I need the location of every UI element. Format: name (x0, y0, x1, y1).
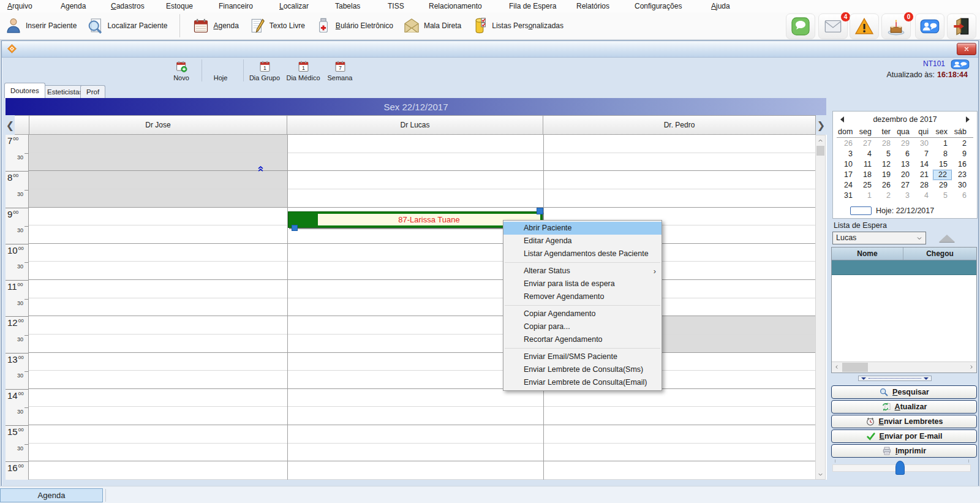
toolbar-item-localizar-paciente[interactable]: Localizar Paciente (86, 17, 167, 34)
slot-cell[interactable] (29, 244, 287, 262)
tab-doutores[interactable]: Doutores (4, 83, 45, 98)
waitlist-combobox[interactable]: Lucas (832, 232, 926, 244)
calendar-day[interactable]: 8 (933, 149, 952, 159)
calendar-day[interactable]: 20 (895, 170, 914, 180)
scroll-down-arrow[interactable] (816, 469, 825, 479)
slot-cell[interactable] (544, 135, 815, 153)
slot-cell[interactable] (288, 461, 543, 480)
menu-relat-rios[interactable]: Relatórios (574, 0, 612, 12)
calendar-day[interactable]: 17 (838, 170, 857, 180)
exit-door-button[interactable] (947, 13, 976, 39)
calendar-day[interactable]: 7 (914, 149, 933, 159)
context-item-remover-agendamento[interactable]: Remover Agendamento (503, 290, 662, 303)
slot-cell[interactable] (29, 461, 287, 480)
waitlist-column-chegou[interactable]: Chegou (903, 248, 976, 260)
calendar-day[interactable]: 2 (952, 138, 971, 149)
scroll-left-arrow[interactable]: ❮ (6, 115, 15, 135)
button-enviar-lembretes[interactable]: Enviar Lembretes (831, 415, 977, 428)
calendar-day[interactable]: 5 (876, 149, 895, 159)
calendar-day[interactable]: 6 (952, 191, 971, 201)
calendar-day[interactable]: 3 (838, 149, 857, 159)
calendar-day[interactable]: 16 (952, 159, 971, 170)
slot-cell[interactable] (29, 280, 287, 298)
slot-cell[interactable] (29, 135, 287, 153)
slot-cell[interactable] (544, 189, 815, 208)
slot-cell[interactable] (29, 153, 287, 172)
toolbar-item-listas-personalizadas[interactable]: Listas Personalizadas (471, 17, 564, 34)
close-button[interactable] (957, 43, 976, 55)
menu-agenda[interactable]: Agenda (58, 0, 88, 12)
waitlist-selected-row[interactable] (832, 260, 976, 275)
slot-cell[interactable] (29, 225, 287, 244)
slot-cell[interactable] (288, 135, 543, 153)
slot-cell[interactable] (29, 262, 287, 280)
slot-cell[interactable] (544, 153, 815, 172)
slot-cell[interactable] (544, 444, 815, 462)
calendar-day[interactable]: 30 (914, 138, 933, 149)
menu-financeiro[interactable]: Financeiro (216, 0, 255, 12)
people-chat-icon[interactable] (951, 58, 970, 71)
calendar-day[interactable]: 2 (876, 191, 895, 201)
context-item-enviar-para-lista-de-espera[interactable]: Enviar para lista de espera (503, 278, 662, 290)
slot-cell[interactable] (288, 389, 543, 407)
calendar-day[interactable]: 1 (933, 138, 952, 149)
calendar-day[interactable]: 10 (838, 159, 857, 170)
menu-configura-es[interactable]: Configurações (632, 0, 684, 12)
slot-cell[interactable] (288, 407, 543, 425)
calendar-day-selected[interactable]: 22 (933, 170, 952, 180)
resize-handle-top-right[interactable] (537, 208, 543, 214)
slot-cell[interactable] (29, 189, 287, 208)
slot-cell[interactable] (29, 335, 287, 353)
mail-button[interactable]: 4 (818, 13, 848, 39)
calendar-day[interactable]: 23 (952, 170, 971, 180)
context-item-copiar-para-[interactable]: Copiar para... (503, 320, 662, 333)
button-atualizar[interactable]: Atualizar (831, 400, 977, 414)
calendar-day[interactable]: 4 (914, 191, 933, 201)
menu-relacionamento[interactable]: Relacionamento (426, 0, 484, 12)
scroll-right-arrow[interactable]: ❯ (816, 115, 826, 135)
slot-cell[interactable] (29, 407, 287, 425)
calendar-day[interactable]: 18 (857, 170, 876, 180)
slot-cell[interactable] (544, 389, 815, 407)
waitlist-column-nome[interactable]: Nome (832, 248, 903, 260)
chevron-up-double-icon[interactable] (256, 164, 265, 173)
resize-handle-bottom-left[interactable] (292, 225, 298, 231)
button-pesquisar[interactable]: Pesquisar (831, 385, 977, 399)
today-label[interactable]: Hoje: 22/12/2017 (876, 206, 934, 215)
menu-tabelas[interactable]: Tabelas (333, 0, 363, 12)
wt-button-hoje[interactable]: Hoje (204, 58, 237, 83)
window-titlebar[interactable] (2, 41, 978, 58)
tab-prof[interactable]: Prof (80, 85, 105, 98)
calendar-day[interactable]: 19 (876, 170, 895, 180)
doctor-column-1[interactable] (29, 135, 287, 480)
slot-cell[interactable] (288, 171, 543, 189)
wt-button-novo[interactable]: Novo (163, 58, 200, 83)
button-enviar-por-e-mail[interactable]: Enviar por E-mail (831, 429, 977, 443)
slot-cell[interactable] (29, 171, 287, 189)
context-item-enviar-email-sms-paciente[interactable]: Enviar Email/SMS Paciente (503, 350, 662, 363)
menu-fila-de-espera[interactable]: Fila de Espera (507, 0, 559, 12)
calendar-day[interactable]: 11 (857, 159, 876, 170)
slot-cell[interactable] (288, 189, 543, 208)
context-item-listar-agendamentos-deste-paciente[interactable]: Listar Agendamentos deste Paciente (503, 248, 662, 260)
context-item-enviar-lembrete-de-consulta-sms-[interactable]: Enviar Lembrete de Consulta(Sms) (503, 363, 662, 376)
panel-splitter[interactable] (858, 376, 932, 381)
calendar-day[interactable]: 29 (895, 138, 914, 149)
slot-cell[interactable] (29, 444, 287, 462)
context-item-enviar-lembrete-de-consulta-email-[interactable]: Enviar Lembrete de Consulta(Email) (503, 376, 662, 389)
calendar-day[interactable]: 3 (895, 191, 914, 201)
calendar-day[interactable]: 28 (876, 138, 895, 149)
slot-cell[interactable] (29, 353, 287, 371)
calendar-day[interactable]: 27 (895, 180, 914, 191)
toolbar-item-agenda[interactable]: Agenda (192, 17, 238, 34)
context-item-editar-agenda[interactable]: Editar Agenda (503, 235, 662, 248)
slot-cell[interactable] (29, 298, 287, 317)
slot-cell[interactable] (544, 461, 815, 480)
doctor-header-2[interactable]: Dr Lucas (287, 115, 543, 135)
scroll-up-arrow[interactable] (816, 135, 825, 145)
scroll-right-arrow[interactable] (967, 362, 976, 372)
slot-cell[interactable] (29, 208, 287, 226)
calendar-day[interactable]: 15 (933, 159, 952, 170)
calendar-day[interactable]: 30 (952, 180, 971, 191)
doctor-header-3[interactable]: Dr. Pedro (543, 115, 816, 135)
